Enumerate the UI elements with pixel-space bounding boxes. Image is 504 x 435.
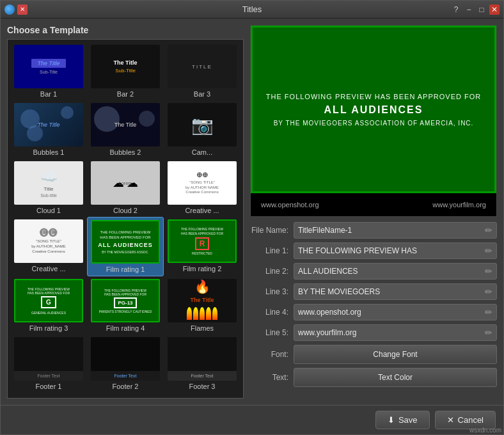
text-label: Text: <box>250 373 288 382</box>
template-grid: The Title Sub-Title Bar 1 The Title Sub-… <box>8 40 243 395</box>
preview-filmrating: THE FOLLOWING PREVIEW HAS BEEN APPROVED … <box>251 26 496 216</box>
template-thumb-cam: 📷 <box>168 103 237 146</box>
preview-line1: THE FOLLOWING PREVIEW HAS BEEN APPROVED … <box>266 93 481 100</box>
line4-input-wrapper: ✏ <box>294 304 497 320</box>
template-thumb-bar1: The Title Sub-Title <box>14 45 83 88</box>
line2-edit-icon: ✏ <box>481 266 496 276</box>
title-bar-left: ✕ <box>4 4 28 15</box>
template-name-footer1: Footer 1 <box>14 383 83 390</box>
template-item-creative[interactable]: ⊕⊕ "SONG TITLE"by AUTHOR NAMECreative Co… <box>164 159 240 217</box>
line3-input-wrapper: ✏ <box>294 283 497 300</box>
line4-label: Line 4: <box>250 308 288 317</box>
form-row-line4: Line 4: ✏ <box>250 304 497 320</box>
close-button[interactable]: ✕ <box>489 4 500 15</box>
template-item-footer1[interactable]: Footer Text Footer 1 <box>10 335 87 393</box>
template-item-cloud1[interactable]: ☁️ Title Sub-title Cloud 1 <box>10 159 87 217</box>
template-name-flames: Flames <box>168 324 237 332</box>
template-thumb-filmrating2: THE FOLLOWING PREVIEWHAS BEEN APPROVED F… <box>168 219 237 263</box>
form-row-line2: Line 2: ✏ <box>250 263 497 280</box>
template-item-filmrating3[interactable]: THE FOLLOWING PREVIEWHAS BEEN APPROVED F… <box>10 276 87 335</box>
template-item-bar3[interactable]: TITLE Bar 3 <box>164 42 240 100</box>
preview-line3: BY THE MOVIEGOERS ASSOCIATION OF AMERCIA… <box>274 120 474 127</box>
template-name-filmrating2: Film rating 2 <box>168 265 237 273</box>
preview-url-right: www.yourfilm.org <box>432 201 486 209</box>
template-item-filmrating4[interactable]: THE FOLLOWING PREVIEWHAS BEEN APPROVED F… <box>87 276 164 335</box>
preview-area: THE FOLLOWING PREVIEW HAS BEEN APPROVED … <box>250 25 497 217</box>
form-row-text: Text: Text Color <box>250 368 497 387</box>
line4-edit-icon: ✏ <box>481 307 496 317</box>
template-item-flames[interactable]: 🔥 The Title Fl <box>164 276 240 335</box>
template-thumb-filmrating4: THE FOLLOWING PREVIEWHAS BEEN APPROVED F… <box>91 279 160 322</box>
line3-input[interactable] <box>294 285 481 299</box>
template-thumb-bar3: TITLE <box>168 45 237 88</box>
template-item-footer3[interactable]: Footer Text Footer 3 <box>164 335 240 393</box>
line5-edit-icon: ✏ <box>481 328 496 338</box>
form-row-line1: Line 1: ✏ <box>250 242 497 259</box>
template-name-bubbles2: Bubbles 2 <box>91 148 160 156</box>
help-button[interactable]: ? <box>451 4 461 15</box>
preview-bottom: www.openshot.org www.yourfilm.org <box>251 193 496 216</box>
template-item-cam[interactable]: 📷 Cam... <box>164 100 240 159</box>
filename-label: File Name: <box>250 226 288 235</box>
template-thumb-filmrating1: THE FOLLOWING PREVIEWHAS BEEN APPROVED F… <box>91 220 160 264</box>
line5-input[interactable] <box>294 326 481 340</box>
preview-top: THE FOLLOWING PREVIEW HAS BEEN APPROVED … <box>251 26 496 193</box>
template-name-cam: Cam... <box>168 148 237 156</box>
template-name-bubbles1: Bubbles 1 <box>14 148 83 156</box>
template-item-creative2[interactable]: 🅒🅒 "SONG TITLE"by AUTHOR_NAMECreative Co… <box>10 217 87 276</box>
template-name-bar2: Bar 2 <box>91 90 160 98</box>
choose-template-heading: Choose a Template <box>7 25 244 35</box>
filename-input[interactable] <box>294 223 481 237</box>
form-row-font: Font: Change Font <box>250 345 497 364</box>
template-grid-container[interactable]: The Title Sub-Title Bar 1 The Title Sub-… <box>7 39 244 399</box>
template-item-bar1[interactable]: The Title Sub-Title Bar 1 <box>10 42 87 100</box>
form-row-line5: Line 5: ✏ <box>250 324 497 341</box>
window-close-button[interactable]: ✕ <box>17 4 28 15</box>
line3-edit-icon: ✏ <box>481 287 496 297</box>
preview-line2: ALL AUDIENCES <box>324 104 423 116</box>
template-item-bar2[interactable]: The Title Sub-Title Bar 2 <box>87 42 164 100</box>
line1-edit-icon: ✏ <box>481 246 496 256</box>
line1-input[interactable] <box>294 244 481 258</box>
line5-label: Line 5: <box>250 328 288 337</box>
template-name-creative2: Creative ... <box>14 265 83 273</box>
template-thumb-footer1: Footer Text <box>14 337 83 381</box>
template-thumb-cloud2: ☁ ☁ Lorem <box>91 161 160 205</box>
line4-input[interactable] <box>294 305 481 319</box>
change-font-button[interactable]: Change Font <box>294 345 497 364</box>
line5-input-wrapper: ✏ <box>294 324 497 341</box>
template-name-filmrating1: Film rating 1 <box>91 265 160 273</box>
template-thumb-footer2: Footer Text <box>91 337 160 381</box>
template-item-filmrating1[interactable]: THE FOLLOWING PREVIEWHAS BEEN APPROVED F… <box>87 217 164 276</box>
line2-input-wrapper: ✏ <box>294 263 497 280</box>
template-name-bar3: Bar 3 <box>168 90 237 98</box>
line1-label: Line 1: <box>250 246 288 255</box>
main-content: Choose a Template The Title Sub-Title Ba… <box>1 19 503 405</box>
bottom-bar: ⬇ Save ✕ Cancel <box>1 405 503 434</box>
template-thumb-bubbles1: The Title <box>14 103 83 146</box>
window-title: Titles <box>242 4 262 14</box>
template-thumb-creative2: 🅒🅒 "SONG TITLE"by AUTHOR_NAMECreative Co… <box>14 219 83 263</box>
cancel-icon: ✕ <box>447 415 454 425</box>
filename-edit-icon: ✏ <box>481 225 496 235</box>
maximize-button[interactable]: □ <box>476 4 487 15</box>
template-item-bubbles1[interactable]: The Title Bubbles 1 <box>10 100 87 159</box>
template-item-footer2[interactable]: Footer Text Footer 2 <box>87 335 164 393</box>
template-item-filmrating2[interactable]: THE FOLLOWING PREVIEWHAS BEEN APPROVED F… <box>164 217 240 276</box>
line3-label: Line 3: <box>250 287 288 296</box>
template-item-cloud2[interactable]: ☁ ☁ Lorem Cloud 2 <box>87 159 164 217</box>
minimize-button[interactable]: − <box>464 4 474 15</box>
template-name-filmrating3: Film rating 3 <box>14 324 83 332</box>
text-color-button[interactable]: Text Color <box>294 368 497 387</box>
form-row-line3: Line 3: ✏ <box>250 283 497 300</box>
watermark: wsxdn.com <box>469 427 501 434</box>
preview-url-left: www.openshot.org <box>261 201 319 209</box>
font-label: Font: <box>250 350 288 359</box>
line2-input[interactable] <box>294 264 481 278</box>
form-area: File Name: ✏ Line 1: ✏ Line 2: <box>250 222 497 387</box>
template-thumb-bubbles2: The Title <box>91 103 160 146</box>
template-name-cloud2: Cloud 2 <box>91 207 160 214</box>
template-thumb-bar2: The Title Sub-Title <box>91 45 160 88</box>
save-button[interactable]: ⬇ Save <box>375 411 430 429</box>
template-item-bubbles2[interactable]: The Title Bubbles 2 <box>87 100 164 159</box>
